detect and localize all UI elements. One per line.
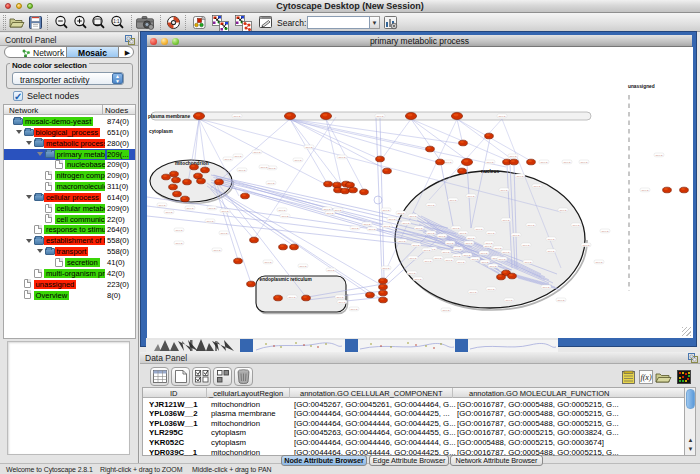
svg-text:Gen st: Gen st <box>213 249 220 252</box>
svg-text:f(x): f(x) <box>640 373 651 382</box>
svg-text:Gen st: Gen st <box>444 161 451 164</box>
svg-text:Gen st: Gen st <box>524 261 531 264</box>
svg-text:Gen st: Gen st <box>469 291 476 294</box>
svg-text:Gen st: Gen st <box>233 115 240 118</box>
svg-text:Gen st: Gen st <box>338 156 345 159</box>
svg-text:cytoplasm: cytoplasm <box>149 129 173 134</box>
svg-text:Gen st: Gen st <box>559 209 566 212</box>
svg-text:Gen st: Gen st <box>498 115 505 118</box>
svg-text:Gen st: Gen st <box>452 227 459 230</box>
svg-text:Gen st: Gen st <box>516 175 523 178</box>
svg-text:Gen st: Gen st <box>595 261 602 264</box>
svg-text:Gen st: Gen st <box>253 151 260 154</box>
svg-text:Gen st: Gen st <box>547 250 554 253</box>
svg-text:Gen st: Gen st <box>512 234 519 237</box>
svg-text:Gen st: Gen st <box>383 225 390 228</box>
svg-text:Gen st: Gen st <box>442 309 449 312</box>
svg-text:Gen st: Gen st <box>475 228 482 231</box>
svg-text:Gen st: Gen st <box>445 259 452 262</box>
svg-text:Gen st: Gen st <box>580 161 587 164</box>
svg-text:Gen st: Gen st <box>267 182 274 185</box>
svg-text:Gen st: Gen st <box>522 244 529 247</box>
svg-text:Gen st: Gen st <box>414 278 421 281</box>
svg-text:Gen st: Gen st <box>498 258 505 261</box>
svg-text:Gen st: Gen st <box>423 249 430 252</box>
svg-text:Gen st: Gen st <box>446 242 453 245</box>
svg-text:Gen st: Gen st <box>484 245 491 248</box>
svg-text:Gen st: Gen st <box>268 167 275 170</box>
svg-text:Gen st: Gen st <box>542 286 549 289</box>
svg-text:Gen st: Gen st <box>601 230 608 233</box>
svg-text:Gen st: Gen st <box>382 267 389 270</box>
svg-text:Gen st: Gen st <box>336 296 343 299</box>
svg-text:Gen st: Gen st <box>264 261 271 264</box>
svg-text:Gen st: Gen st <box>334 209 341 212</box>
svg-text:unassigned: unassigned <box>628 84 655 89</box>
svg-text:Gen st: Gen st <box>500 189 507 192</box>
svg-text:Gen st: Gen st <box>278 209 285 212</box>
svg-text:Gen st: Gen st <box>408 272 415 275</box>
svg-text:plasma membrane: plasma membrane <box>148 114 190 119</box>
svg-text:Gen st: Gen st <box>175 229 182 232</box>
svg-text:Gen st: Gen st <box>424 260 431 263</box>
svg-text:Gen st: Gen st <box>480 252 487 255</box>
svg-text:Gen st: Gen st <box>376 115 383 118</box>
svg-text:Gen st: Gen st <box>655 154 662 157</box>
svg-text:Gen st: Gen st <box>505 299 512 302</box>
svg-text:Gen st: Gen st <box>459 232 466 235</box>
svg-text:Gen st: Gen st <box>281 215 288 218</box>
svg-text:Gen st: Gen st <box>572 224 579 227</box>
svg-text:Gen st: Gen st <box>489 265 496 268</box>
svg-text:Gen st: Gen st <box>415 227 422 230</box>
svg-text:Gen st: Gen st <box>388 218 395 221</box>
svg-text:Gen st: Gen st <box>409 215 416 218</box>
svg-text:Gen st: Gen st <box>238 169 245 172</box>
svg-text:Gen st: Gen st <box>487 232 494 235</box>
svg-text:Gen st: Gen st <box>557 299 564 302</box>
svg-text:Gen st: Gen st <box>540 161 547 164</box>
svg-text:Gen st: Gen st <box>427 204 434 207</box>
svg-text:Gen st: Gen st <box>363 223 370 226</box>
svg-text:Gen st: Gen st <box>582 244 589 247</box>
svg-text:Gen st: Gen st <box>398 240 405 243</box>
svg-text:Gen st: Gen st <box>402 222 409 225</box>
svg-text:Gen st: Gen st <box>494 247 501 250</box>
svg-text:endoplasmic reticulum: endoplasmic reticulum <box>260 277 312 282</box>
svg-text:Gen st: Gen st <box>641 189 648 192</box>
svg-text:Gen st: Gen st <box>434 257 441 260</box>
svg-text:Gen st: Gen st <box>509 155 516 158</box>
svg-text:Gen st: Gen st <box>294 159 301 162</box>
svg-text:Gen st: Gen st <box>323 208 330 211</box>
svg-text:Gen st: Gen st <box>449 199 456 202</box>
svg-text:Gen st: Gen st <box>412 244 419 247</box>
svg-text:Gen st: Gen st <box>467 237 474 240</box>
svg-text:Gen st: Gen st <box>351 227 358 230</box>
svg-text:Gen st: Gen st <box>502 251 509 254</box>
svg-text:Gen st: Gen st <box>208 207 215 210</box>
svg-text:Gen st: Gen st <box>502 219 509 222</box>
svg-text:Gen st: Gen st <box>288 296 295 299</box>
svg-text:Gen st: Gen st <box>467 195 474 198</box>
svg-text:Gen st: Gen st <box>260 166 267 169</box>
svg-text:Gen st: Gen st <box>234 155 241 158</box>
svg-text:Gen st: Gen st <box>382 209 389 212</box>
svg-text:Gen st: Gen st <box>533 185 540 188</box>
svg-text:Gen st: Gen st <box>220 232 227 235</box>
svg-text:Gen st: Gen st <box>481 261 488 264</box>
svg-text:Gen st: Gen st <box>175 242 182 245</box>
svg-text:Gen st: Gen st <box>206 220 213 223</box>
svg-text:Gen st: Gen st <box>326 212 333 215</box>
svg-text:Gen st: Gen st <box>487 288 494 291</box>
svg-text:nucleus: nucleus <box>481 169 499 174</box>
svg-text:Gen st: Gen st <box>368 228 375 231</box>
svg-text:Gen st: Gen st <box>338 301 345 304</box>
svg-text:Gen st: Gen st <box>350 308 357 311</box>
svg-text:Gen st: Gen st <box>299 265 306 268</box>
svg-text:Gen st: Gen st <box>327 269 334 272</box>
svg-text:Gen st: Gen st <box>463 254 470 257</box>
svg-text:Gen st: Gen st <box>165 211 172 214</box>
svg-text:Gen st: Gen st <box>224 158 231 161</box>
svg-text:Gen st: Gen st <box>409 257 416 260</box>
svg-text:Gen st: Gen st <box>454 248 461 251</box>
svg-text:Gen st: Gen st <box>438 235 445 238</box>
